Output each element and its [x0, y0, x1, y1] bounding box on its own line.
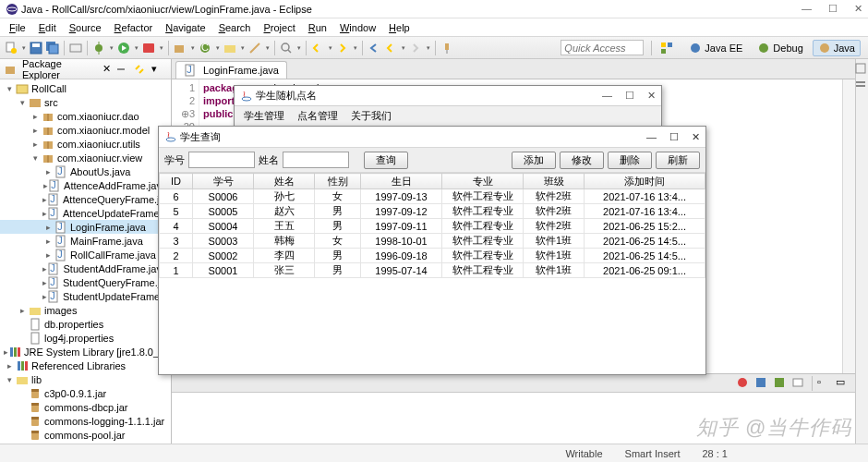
open-perspective-icon[interactable]	[659, 41, 674, 55]
maximize-icon[interactable]: ☐	[828, 3, 838, 15]
perspective-java[interactable]: Java	[813, 40, 861, 56]
close-icon[interactable]: ✕	[854, 3, 862, 15]
problems-icon[interactable]	[736, 376, 749, 389]
table-header[interactable]: 添加时间	[585, 174, 705, 189]
student-table[interactable]: ID学号姓名性别生日专业班级添加时间6S0006孙七女1997-09-13软件工…	[159, 173, 705, 374]
tree-node[interactable]: log4j.properties	[0, 331, 171, 345]
tree-node[interactable]: ▸Referenced Libraries	[0, 359, 171, 372]
menu-project[interactable]: Project	[259, 20, 301, 35]
table-header[interactable]: 班级	[524, 174, 585, 189]
collapse-all-icon[interactable]	[115, 63, 127, 76]
save-all-icon[interactable]	[45, 41, 60, 55]
edit-button[interactable]: 修改	[560, 152, 604, 169]
tree-node[interactable]: ▸JAttenceAddFrame.java	[0, 178, 171, 192]
table-row[interactable]: 2S0002李四男1996-09-18软件工程专业软件1班2021-06-25 …	[160, 249, 705, 263]
menu-edit[interactable]: Edit	[33, 20, 62, 35]
tree-node[interactable]: ▸JStudentUpdateFrame.java	[0, 289, 171, 303]
menu-run[interactable]: Run	[303, 20, 332, 35]
menu-help[interactable]: Help	[383, 20, 416, 35]
menu-refactor[interactable]: Refactor	[109, 20, 159, 35]
tree-node[interactable]: ▸JMainFrame.java	[0, 234, 171, 248]
min-icon[interactable]: ▫	[817, 376, 830, 389]
tree-node[interactable]: ▾com.xiaoniucr.view	[0, 151, 171, 164]
table-row[interactable]: 1S0001张三男1995-07-14软件工程专业软件1班2021-06-25 …	[160, 263, 705, 278]
decl-icon[interactable]	[773, 376, 786, 389]
console-icon[interactable]	[791, 376, 804, 389]
perspective-debug[interactable]: Debug	[752, 40, 808, 56]
tree-node[interactable]: db.properties	[0, 317, 171, 331]
add-button[interactable]: 添加	[512, 152, 556, 169]
javadoc-icon[interactable]	[754, 376, 767, 389]
tree-node[interactable]: ▸images	[0, 303, 171, 317]
close-icon[interactable]: ✕	[692, 131, 700, 143]
query-button[interactable]: 查询	[364, 152, 408, 169]
minimize-icon[interactable]: —	[646, 131, 657, 143]
fwd-icon[interactable]	[408, 41, 423, 55]
next-ann-icon[interactable]	[335, 41, 350, 55]
wand-icon[interactable]	[247, 41, 262, 55]
table-header[interactable]: 生日	[361, 174, 442, 189]
view-menu-icon[interactable]: ▾	[151, 63, 164, 76]
menu-file[interactable]: File	[4, 20, 31, 35]
debug-icon[interactable]	[91, 41, 106, 55]
outline-icon[interactable]	[855, 63, 866, 74]
rollcall-menu-item[interactable]: 关于我们	[351, 109, 392, 123]
tree-node[interactable]: commons-logging-1.1.1.jar	[0, 414, 171, 428]
tree-node[interactable]: commons-pool.jar	[0, 428, 171, 442]
tree-node[interactable]: ▸JAboutUs.java	[0, 164, 171, 178]
minimize-icon[interactable]: —	[802, 3, 812, 15]
tree-node[interactable]: commons-dbcp.jar	[0, 400, 171, 414]
last-edit-icon[interactable]	[367, 41, 381, 55]
back-icon[interactable]	[383, 41, 398, 55]
tree-node[interactable]: ▾RollCall	[0, 81, 171, 95]
tasklist-icon[interactable]	[855, 79, 866, 91]
new-pkg-icon[interactable]	[173, 41, 187, 55]
tree-node[interactable]: ▸com.xiaoniucr.model	[0, 123, 171, 137]
table-row[interactable]: 5S0005赵六男1997-09-12软件工程专业软件2班2021-07-16 …	[160, 204, 705, 219]
menu-source[interactable]: Source	[64, 20, 107, 35]
table-header[interactable]: ID	[160, 174, 193, 189]
input-name[interactable]	[283, 152, 349, 168]
tree-node[interactable]: ▸JStudentAddFrame.java	[0, 261, 171, 275]
table-header[interactable]: 专业	[442, 174, 524, 189]
table-row[interactable]: 6S0006孙七女1997-09-13软件工程专业软件2班2021-07-16 …	[160, 189, 705, 204]
prev-ann-icon[interactable]	[310, 41, 325, 55]
tree-node[interactable]: ▾lib	[0, 372, 171, 386]
tree-node[interactable]: ▸JAttenceQueryFrame.java	[0, 192, 171, 206]
table-row[interactable]: 3S0003韩梅女1998-10-01软件工程专业软件1班2021-06-25 …	[160, 234, 705, 249]
editor-tab[interactable]: J LoginFrame.java	[175, 61, 287, 79]
search-icon[interactable]	[279, 41, 294, 55]
new-folder-icon[interactable]	[223, 41, 237, 55]
minimize-icon[interactable]: —	[602, 90, 612, 102]
tree-node[interactable]: ▸com.xiaoniucr.dao	[0, 109, 171, 123]
menu-navigate[interactable]: Navigate	[160, 20, 211, 35]
rollcall-menu-item[interactable]: 点名管理	[297, 109, 338, 123]
tree-node[interactable]: ▸JRollCallFrame.java	[0, 248, 171, 261]
tree-node[interactable]: ▸JStudentQueryFrame.java	[0, 275, 171, 289]
tree-node[interactable]: c3p0-0.9.1.jar	[0, 386, 171, 400]
tree-node[interactable]: ▾src	[0, 95, 171, 109]
tree-node[interactable]: ▸com.xiaoniucr.utils	[0, 137, 171, 151]
refresh-button[interactable]: 刷新	[656, 152, 700, 169]
tree-node[interactable]: ▸JLoginFrame.java	[0, 220, 171, 234]
table-header[interactable]: 性别	[315, 174, 361, 189]
maximize-icon[interactable]: ☐	[625, 90, 634, 102]
quick-access-input[interactable]	[561, 40, 644, 55]
table-row[interactable]: 4S0004王五男1997-09-11软件工程专业软件2班2021-06-25 …	[160, 219, 705, 234]
input-sno[interactable]	[188, 152, 255, 168]
perspective-java-ee[interactable]: Java EE	[683, 40, 748, 56]
delete-button[interactable]: 删除	[608, 152, 652, 169]
run-icon[interactable]	[116, 41, 131, 55]
maximize-icon[interactable]: ☐	[669, 131, 679, 143]
package-tree[interactable]: ▾RollCall▾src▸com.xiaoniucr.dao▸com.xiao…	[0, 79, 171, 447]
link-editor-icon[interactable]	[133, 63, 146, 76]
tree-node[interactable]: ▸JAttenceUpdateFrame.java	[0, 206, 171, 220]
run-ext-icon[interactable]	[141, 41, 156, 55]
menu-search[interactable]: Search	[213, 20, 257, 35]
table-header[interactable]: 学号	[193, 174, 254, 189]
max-icon[interactable]: ▭	[836, 376, 849, 389]
rollcall-menu-item[interactable]: 学生管理	[244, 109, 284, 123]
toggle-icon[interactable]	[68, 41, 83, 55]
new-icon[interactable]	[4, 41, 18, 55]
tree-node[interactable]: ▸JRE System Library [jre1.8.0_19	[0, 345, 171, 359]
